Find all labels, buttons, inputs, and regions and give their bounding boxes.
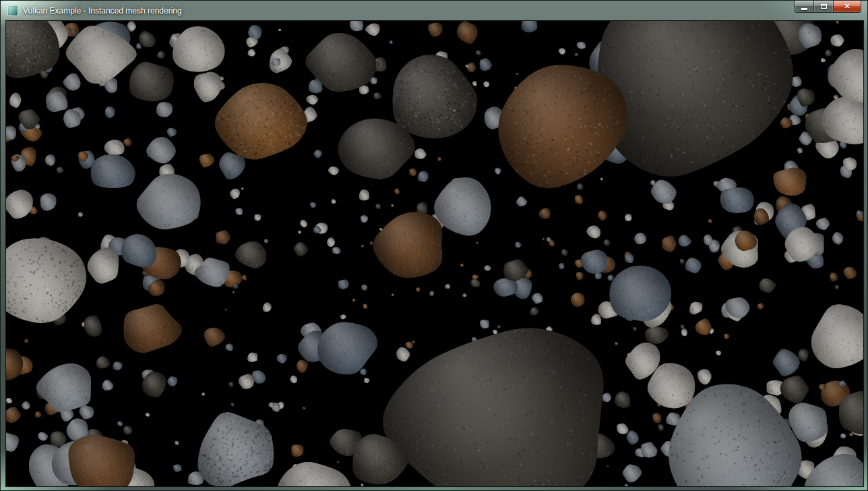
maximize-button[interactable] [814,1,834,13]
scene-canvas[interactable] [6,21,863,486]
close-button[interactable]: ✕ [834,1,861,13]
minimize-button[interactable] [795,1,814,13]
app-icon [7,5,18,16]
titlebar[interactable]: Vulkan Example - Instanced mesh renderin… [1,1,867,21]
minimize-icon [801,8,807,10]
window-title: Vulkan Example - Instanced mesh renderin… [23,7,182,15]
render-viewport [6,21,863,486]
app-window: Vulkan Example - Instanced mesh renderin… [0,0,868,491]
close-icon: ✕ [844,3,850,10]
window-controls: ✕ [795,1,861,13]
maximize-icon [821,4,827,9]
